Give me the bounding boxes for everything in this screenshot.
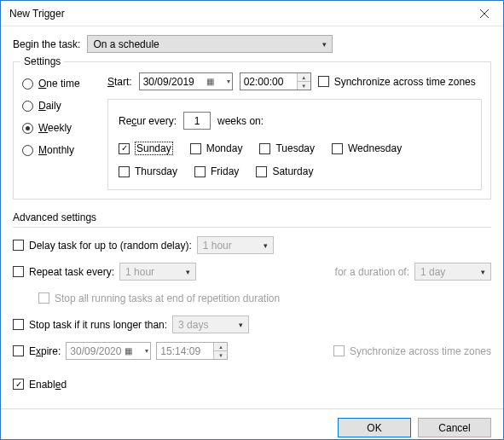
checkbox-icon [259,143,270,154]
spinner-icon[interactable]: ▲▼ [297,73,310,90]
begin-task-value: On a schedule [93,38,159,50]
cancel-label: Cancel [438,422,470,434]
cancel-button[interactable]: Cancel [418,418,491,437]
radio-weekly[interactable]: Weekly [22,122,99,134]
repeat-dropdown[interactable]: 1 hour ▾ [119,263,196,281]
ok-label: OK [367,422,381,434]
window-title: New Trigger [9,8,465,20]
day-saturday[interactable]: Saturday [256,165,313,177]
chevron-down-icon: ▾ [264,241,268,250]
radio-one-time[interactable]: One time [22,78,99,90]
radio-label: Monthly [38,144,74,156]
checkbox-icon [119,143,130,154]
checkbox-icon [332,143,343,154]
enabled-label: Enabled [29,379,67,391]
repeat-label: Repeat task every: [29,266,114,278]
checkbox-icon [13,240,24,251]
checkbox-icon [13,345,24,356]
repeat-checkbox[interactable]: Repeat task every: [13,266,114,278]
checkbox-icon [194,166,206,177]
day-tuesday[interactable]: Tuesday [259,142,315,155]
checkbox-icon [13,319,24,330]
recur-unit: weeks on: [217,115,264,127]
sync-timezones-checkbox[interactable]: Synchronize across time zones [318,76,476,88]
begin-task-label: Begin the task: [13,38,80,50]
checkbox-icon [190,143,201,154]
day-label: Friday [211,165,239,177]
stop-end-label: Stop all running tasks at end of repetit… [55,292,280,304]
dialog-footer: OK Cancel [1,408,503,440]
day-label: Thursday [135,165,177,177]
delay-value: 1 hour [203,240,232,252]
settings-group: Settings One time Daily Weekly [13,61,491,200]
recur-label: Recur every: [119,115,177,127]
radio-monthly[interactable]: Monthly [22,144,99,156]
checkbox-icon [13,266,24,277]
radio-label: One time [38,78,80,90]
spinner-icon[interactable]: ▲▼ [213,343,227,359]
settings-legend: Settings [20,55,64,67]
stop-end-checkbox: Stop all running tasks at end of repetit… [38,292,280,304]
titlebar: New Trigger [1,1,503,26]
repeat-value: 1 hour [125,266,154,278]
advanced-heading: Advanced settings [13,211,491,223]
checkbox-icon [333,345,345,356]
begin-task-dropdown[interactable]: On a schedule ▾ [87,35,333,53]
expire-time-input[interactable]: 15:14:09 ▲▼ [156,342,228,360]
day-thursday[interactable]: Thursday [119,165,177,177]
close-button[interactable] [465,1,503,26]
day-label: Tuesday [275,142,315,154]
repeat-duration-label: for a duration of: [335,266,409,278]
recur-every-input[interactable]: 1 [183,112,211,130]
delay-label: Delay task for up to (random delay): [29,240,192,252]
stop-longer-checkbox[interactable]: Stop task if it runs longer than: [13,319,167,331]
expire-sync-tz-checkbox: Synchronize across time zones [333,345,491,357]
expire-date-value: 30/09/2020 [70,345,121,357]
checkbox-icon [318,76,329,87]
recur-panel: Recur every: 1 weeks on: Sunday [107,99,482,190]
divider [13,227,491,228]
chevron-down-icon: ▾ [481,268,485,276]
radio-label: Daily [38,100,61,112]
expire-sync-tz-label: Synchronize across time zones [350,345,491,357]
day-label: Sunday [135,142,173,155]
day-label: Monday [206,142,243,154]
repeat-duration-dropdown[interactable]: 1 day ▾ [414,263,491,281]
day-monday[interactable]: Monday [190,142,243,155]
calendar-icon: ▦▾ [125,346,148,356]
expire-checkbox[interactable]: Expire: [13,345,61,357]
close-icon [480,9,489,18]
recur-value: 1 [194,115,200,127]
start-date-input[interactable]: 30/09/2019 ▦▾ [139,72,233,90]
start-time-input[interactable]: 02:00:00 ▲▼ [240,72,311,90]
dialog-new-trigger: New Trigger Begin the task: On a schedul… [0,0,504,440]
radio-daily[interactable]: Daily [22,100,99,112]
checkbox-icon [13,379,24,390]
ok-button[interactable]: OK [338,418,411,437]
expire-label: Expire: [29,345,61,357]
expire-date-input[interactable]: 30/09/2020 ▦▾ [66,342,151,360]
day-label: Wednesday [348,142,402,154]
checkbox-icon [38,292,49,304]
radio-label: Weekly [38,122,72,134]
radio-icon [22,78,33,90]
sync-tz-label: Synchronize across time zones [334,76,476,88]
day-label: Saturday [272,165,313,177]
day-wednesday[interactable]: Wednesday [332,142,402,155]
stop-longer-dropdown[interactable]: 3 days ▾ [172,316,249,333]
enabled-checkbox[interactable]: Enabled [13,379,67,391]
checkbox-icon [119,166,130,177]
chevron-down-icon: ▾ [322,40,327,49]
radio-icon [22,101,33,112]
calendar-icon: ▦▾ [206,77,230,86]
delay-checkbox[interactable]: Delay task for up to (random delay): [13,240,192,252]
start-date-value: 30/09/2019 [143,76,194,88]
day-sunday[interactable]: Sunday [119,142,173,155]
checkbox-icon [256,166,267,177]
delay-dropdown[interactable]: 1 hour ▾ [197,236,274,254]
repeat-duration-value: 1 day [420,266,445,278]
stop-longer-value: 3 days [178,319,208,331]
expire-time-value: 15:14:09 [160,345,200,357]
day-friday[interactable]: Friday [194,165,239,177]
radio-icon [22,123,33,134]
